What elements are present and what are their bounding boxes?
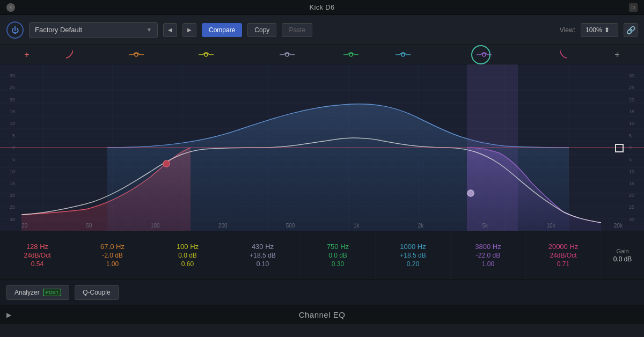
compare-button[interactable]: Compare bbox=[202, 23, 242, 37]
band-handles-row: + bbox=[0, 45, 644, 64]
band7-freq: 3800 Hz bbox=[475, 243, 501, 251]
band8-params: 20000 Hz 24dB/Oct 0.71 bbox=[526, 231, 601, 279]
play-button[interactable]: ▶ bbox=[6, 311, 11, 319]
svg-point-8 bbox=[286, 53, 289, 56]
svg-point-41 bbox=[163, 160, 170, 167]
band5-freq: 750 Hz bbox=[327, 243, 349, 251]
svg-point-2 bbox=[135, 53, 138, 56]
analyzer-button[interactable]: Analyzer POST bbox=[6, 285, 69, 300]
band8-q: 0.71 bbox=[557, 260, 569, 268]
band3-handle[interactable] bbox=[197, 49, 215, 60]
preset-dropdown[interactable]: Factory Default ▼ bbox=[29, 22, 158, 38]
post-indicator: POST bbox=[43, 289, 62, 296]
qcouple-button[interactable]: Q-Couple bbox=[75, 285, 118, 300]
copy-button[interactable]: Copy bbox=[247, 23, 276, 37]
db-labels-left: 30 25 20 15 10 5 0 5 10 15 20 25 30 bbox=[0, 64, 17, 231]
title-bar: × Kick D6 ⊡ bbox=[0, 0, 644, 15]
expand-button[interactable]: ⊡ bbox=[629, 3, 638, 12]
band3-db: 0.0 dB bbox=[178, 252, 197, 259]
band8-handle[interactable] bbox=[552, 49, 568, 60]
dropdown-arrow-icon: ▼ bbox=[147, 27, 152, 33]
nav-forward-button[interactable]: ▶ bbox=[182, 23, 196, 37]
band4-db: +18.5 dB bbox=[250, 252, 275, 259]
band3-q: 0.60 bbox=[181, 260, 194, 268]
band4-handle[interactable] bbox=[279, 49, 296, 60]
band2-params: 67.0 Hz -2.0 dB 1.00 bbox=[75, 231, 150, 279]
band3-params: 100 Hz 0.0 dB 0.60 bbox=[150, 231, 225, 279]
zoom-arrows-icon: ⬍ bbox=[604, 26, 610, 34]
band1-q: 0.54 bbox=[31, 260, 43, 268]
band5-params: 750 Hz 0.0 dB 0.30 bbox=[301, 231, 376, 279]
band2-q: 1.00 bbox=[106, 260, 119, 268]
link-button[interactable]: 🔗 bbox=[624, 23, 638, 37]
window-title: Kick D6 bbox=[310, 3, 335, 11]
gain-value: 0.0 dB bbox=[613, 255, 632, 263]
band7-db: -22.0 dB bbox=[476, 252, 500, 259]
band6-db: +18.5 dB bbox=[400, 252, 426, 259]
eq-curve-svg bbox=[0, 64, 644, 231]
nav-back-button[interactable]: ◀ bbox=[163, 23, 177, 37]
app-title: Channel EQ bbox=[299, 310, 346, 319]
band5-q: 0.30 bbox=[332, 260, 344, 268]
band4-freq: 430 Hz bbox=[252, 243, 274, 251]
svg-point-5 bbox=[204, 53, 208, 56]
band2-freq: 67.0 Hz bbox=[100, 243, 125, 251]
add-band-right-button[interactable]: + bbox=[612, 49, 623, 60]
band1-handle[interactable] bbox=[65, 49, 81, 60]
db-labels-right: 30 25 20 15 10 5 0 5 10 15 20 25 30 bbox=[627, 64, 644, 231]
band8-freq: 20000 Hz bbox=[548, 243, 579, 251]
paste-button[interactable]: Paste bbox=[282, 23, 312, 37]
band4-params: 430 Hz +18.5 dB 0.10 bbox=[225, 231, 301, 279]
gain-handle[interactable] bbox=[615, 144, 624, 152]
parameter-row: 128 Hz 24dB/Oct 0.54 67.0 Hz -2.0 dB 1.0… bbox=[0, 231, 644, 279]
view-label: View: bbox=[560, 26, 575, 34]
footer: ▶ Channel EQ bbox=[0, 305, 644, 324]
gain-params: Gain 0.0 dB bbox=[601, 231, 644, 279]
band4-q: 0.10 bbox=[257, 260, 269, 268]
band7-handle[interactable] bbox=[475, 49, 493, 60]
add-band-left-button[interactable]: + bbox=[21, 49, 32, 60]
band2-handle[interactable] bbox=[128, 49, 145, 60]
power-button[interactable]: ⏻ bbox=[6, 21, 24, 39]
band7-params: 3800 Hz -22.0 dB 1.00 bbox=[451, 231, 526, 279]
band6-q: 0.20 bbox=[407, 260, 419, 268]
svg-point-11 bbox=[349, 53, 353, 56]
gain-label: Gain bbox=[616, 248, 628, 254]
svg-point-42 bbox=[467, 190, 474, 196]
svg-point-14 bbox=[401, 53, 405, 56]
band7-q: 1.00 bbox=[482, 260, 494, 268]
band8-db: 24dB/Oct bbox=[550, 252, 576, 259]
band6-freq: 1000 Hz bbox=[400, 243, 426, 251]
play-icon: ▶ bbox=[6, 311, 11, 319]
band2-db: -2.0 dB bbox=[102, 252, 123, 259]
band5-db: 0.0 dB bbox=[328, 252, 347, 259]
zoom-selector[interactable]: 100% ⬍ bbox=[581, 23, 618, 37]
band6-handle[interactable] bbox=[394, 49, 412, 60]
band1-db: 24dB/Oct bbox=[24, 252, 50, 259]
eq-display[interactable]: 30 25 20 15 10 5 0 5 10 15 20 25 30 bbox=[0, 64, 644, 231]
preset-label: Factory Default bbox=[35, 26, 82, 34]
close-button[interactable]: × bbox=[6, 3, 15, 12]
band1-freq: 128 Hz bbox=[26, 243, 48, 251]
bottom-controls: Analyzer POST Q-Couple bbox=[0, 279, 644, 305]
band1-params: 128 Hz 24dB/Oct 0.54 bbox=[0, 231, 75, 279]
band6-params: 1000 Hz +18.5 dB 0.20 bbox=[376, 231, 451, 279]
freq-labels: 20 50 100 200 500 1k 2k 5k 10k 20k bbox=[21, 223, 623, 229]
band5-handle[interactable] bbox=[342, 49, 360, 60]
toolbar: ⏻ Factory Default ▼ ◀ ▶ Compare Copy Pas… bbox=[0, 15, 644, 45]
band3-freq: 100 Hz bbox=[177, 243, 199, 251]
